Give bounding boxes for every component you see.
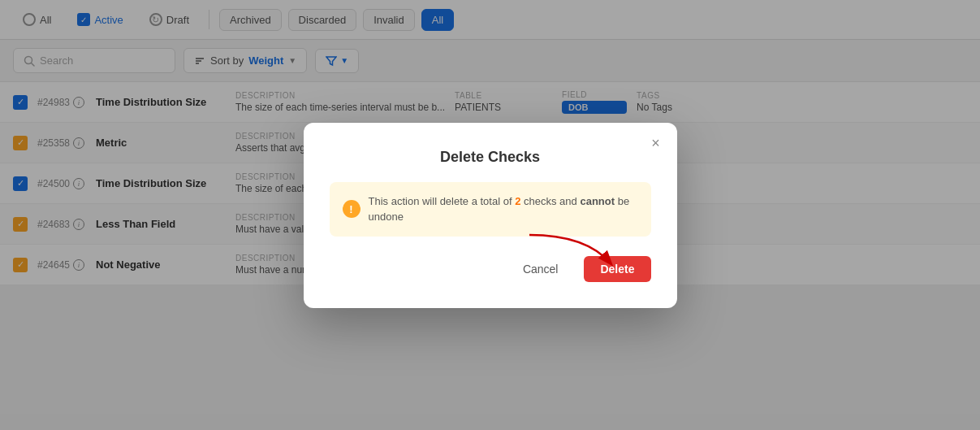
warning-icon: !: [343, 200, 360, 218]
warning-box: ! This action will delete a total of 2 c…: [330, 182, 651, 237]
warning-cannot: cannot: [580, 195, 615, 207]
modal-overlay: × Delete Checks ! This action will delet…: [0, 0, 980, 430]
warning-count: 2: [515, 195, 520, 207]
warning-text-before: This action will delete a total of: [369, 195, 512, 207]
modal-close-button[interactable]: ×: [646, 134, 666, 154]
delete-checks-modal: × Delete Checks ! This action will delet…: [304, 123, 677, 308]
modal-title: Delete Checks: [330, 149, 651, 166]
arrow-decoration: [521, 227, 619, 267]
warning-text: This action will delete a total of 2 che…: [369, 193, 638, 225]
warning-text-after: checks and: [524, 195, 577, 207]
